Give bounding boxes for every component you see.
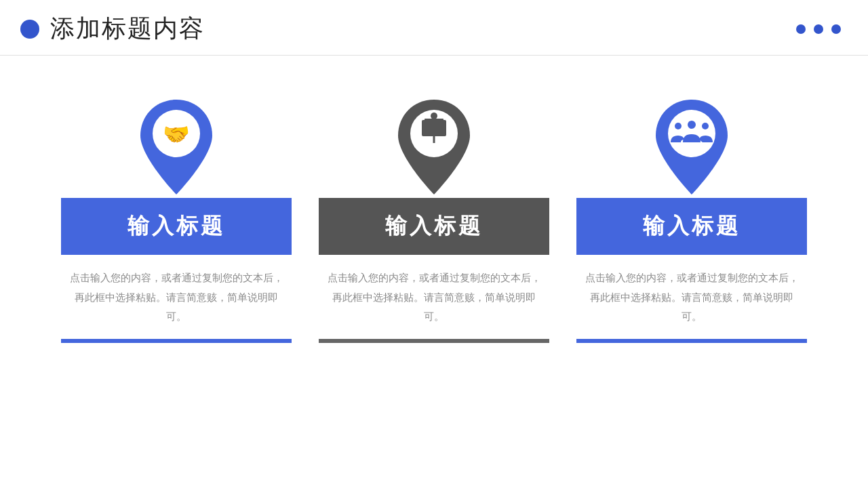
card-3-title[interactable]: 输入标题 <box>576 198 807 255</box>
card-3: 输入标题 点击输入您的内容，或者通过复制您的文本后，再此框中选择粘贴。请言简意赅… <box>576 96 807 343</box>
pin-icon-2 <box>390 96 478 198</box>
dot-3 <box>831 24 841 34</box>
dot-1 <box>796 24 806 34</box>
svg-rect-4 <box>433 136 435 143</box>
card-3-description: 点击输入您的内容，或者通过复制您的文本后，再此框中选择粘贴。请言简意赅，简单说明… <box>576 255 807 336</box>
svg-point-5 <box>431 113 437 119</box>
card-2: 输入标题 点击输入您的内容，或者通过复制您的文本后，再此框中选择粘贴。请言简意赅… <box>319 96 549 343</box>
svg-rect-3 <box>422 120 446 136</box>
card-2-bottom-line <box>319 339 549 343</box>
header-dots <box>796 24 841 34</box>
card-2-title[interactable]: 输入标题 <box>319 198 549 255</box>
pin-icon-1: 🤝 <box>132 96 220 198</box>
card-1: 🤝 输入标题 点击输入您的内容，或者通过复制您的文本后，再此框中选择粘贴。请言简… <box>61 96 292 343</box>
header: 添加标题内容 <box>0 0 868 56</box>
page-title: 添加标题内容 <box>50 12 205 45</box>
card-3-bottom-line <box>576 339 807 343</box>
main-content: 🤝 输入标题 点击输入您的内容，或者通过复制您的文本后，再此框中选择粘贴。请言简… <box>0 56 868 343</box>
header-left: 添加标题内容 <box>20 12 205 45</box>
card-2-description: 点击输入您的内容，或者通过复制您的文本后，再此框中选择粘贴。请言简意赅，简单说明… <box>319 255 549 336</box>
svg-rect-6 <box>425 119 443 121</box>
svg-point-9 <box>688 121 696 129</box>
dot-2 <box>814 24 823 34</box>
svg-point-10 <box>675 123 682 129</box>
pin-icon-3 <box>648 96 736 198</box>
card-1-bottom-line <box>61 339 292 343</box>
svg-point-11 <box>702 123 709 129</box>
card-1-description: 点击输入您的内容，或者通过复制您的文本后，再此框中选择粘贴。请言简意赅，简单说明… <box>61 255 292 336</box>
svg-point-8 <box>668 110 715 157</box>
header-dot-icon <box>20 20 39 39</box>
card-1-title[interactable]: 输入标题 <box>61 198 292 255</box>
svg-text:🤝: 🤝 <box>163 121 190 147</box>
